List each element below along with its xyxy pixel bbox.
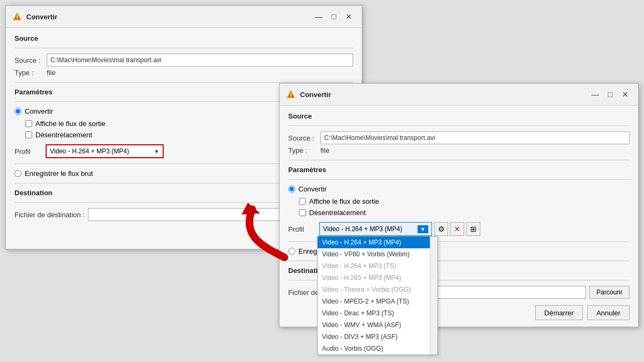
vlc-icon-back: [12, 12, 22, 21]
demarrer-btn-front[interactable]: Démarrer: [535, 305, 583, 320]
dropdown-item-1[interactable]: Video - VP80 + Vorbis (Webm): [318, 248, 437, 260]
convertir-radio-front[interactable]: [288, 186, 295, 193]
vlc-icon-front: [286, 90, 296, 99]
close-btn-back[interactable]: ✕: [342, 10, 355, 23]
desentrelacement-label-back: Désentrelacement: [35, 131, 92, 139]
enregistrer-label-back: Enregistrer le flux brut: [25, 169, 93, 178]
profil-label-back: Profil: [14, 147, 41, 156]
affiche-checkbox-front[interactable]: [299, 198, 306, 205]
maximize-btn-back[interactable]: □: [327, 10, 340, 23]
svg-point-3: [17, 19, 18, 20]
type-value-back: file: [47, 69, 56, 77]
source-label-front: Source :: [288, 134, 320, 142]
dropdown-item-5[interactable]: Video - MPEG-2 + MPGA (TS): [318, 295, 437, 307]
settings-icon-btn[interactable]: ⚙: [434, 222, 448, 236]
svg-point-7: [290, 97, 291, 98]
annuler-btn-front[interactable]: Annuler: [587, 305, 630, 320]
type-label-front: Type :: [288, 146, 320, 154]
title-bar-back: Convertir — □ ✕: [6, 6, 362, 28]
desentrelacement-label-front: Désentrelacement: [309, 209, 366, 217]
source-input-front[interactable]: [320, 131, 630, 144]
affiche-label-back: Affiche le flux de sortie: [35, 120, 106, 128]
dropdown-item-6[interactable]: Video - Dirac + MP3 (TS): [318, 307, 437, 319]
source-input-back[interactable]: [47, 54, 353, 67]
params-section-label-front: Paramètres: [288, 166, 630, 174]
dropdown-arrow-front[interactable]: ▼: [418, 225, 428, 233]
front-window: Convertir — □ ✕ Source Source : Type : f…: [279, 83, 639, 327]
profil-dropdown-menu: Video - H.264 + MP3 (MP4) Video - VP80 +…: [317, 236, 438, 355]
fichier-label-back: Fichier de destination :: [14, 211, 85, 219]
dropdown-arrow-back: ▼: [154, 149, 159, 154]
enregistrer-radio-back[interactable]: [14, 170, 21, 177]
maximize-btn-front[interactable]: □: [604, 88, 617, 101]
dropdown-item-3[interactable]: Video - H.265 + MP3 (MP4): [318, 272, 437, 284]
window-title-front: Convertir: [300, 91, 331, 99]
profil-selected-value-front: Video - H.264 + MP3 (MP4): [323, 225, 402, 233]
desentrelacement-checkbox-back[interactable]: [25, 131, 32, 138]
convertir-radio-back[interactable]: [14, 108, 21, 115]
dropdown-item-0[interactable]: Video - H.264 + MP3 (MP4): [318, 237, 437, 248]
dropdown-item-8[interactable]: Video - DIV3 + MP3 (ASF): [318, 331, 437, 343]
source-label-back: Source :: [14, 56, 47, 64]
profil-select-front[interactable]: Video - H.264 + MP3 (MP4) ▼: [319, 222, 432, 236]
affiche-label-front: Affiche le flux de sortie: [309, 197, 379, 205]
type-value-front: file: [320, 146, 330, 154]
minimize-btn-back[interactable]: —: [312, 10, 325, 23]
duplicate-icon-btn[interactable]: ⊞: [466, 222, 480, 236]
source-section-label-front: Source: [288, 112, 630, 120]
affiche-checkbox-back[interactable]: [25, 120, 32, 127]
window-title-back: Convertir: [26, 13, 57, 21]
type-label-back: Type :: [14, 69, 47, 77]
source-section-label-back: Source: [14, 34, 353, 42]
dropdown-item-2[interactable]: Video - H.264 + MP3 (TS): [318, 260, 437, 272]
convertir-radio-label-back: Convertir: [25, 107, 53, 115]
profil-label-front: Profil: [288, 225, 315, 233]
enregistrer-radio-front[interactable]: [288, 248, 295, 255]
convertir-radio-label-front: Convertir: [298, 185, 327, 193]
minimize-btn-front[interactable]: —: [589, 88, 602, 101]
delete-icon-btn[interactable]: ✕: [450, 222, 464, 236]
close-btn-front[interactable]: ✕: [619, 88, 632, 101]
profil-select-back[interactable]: Video - H.264 + MP3 (MP4) ▼: [46, 144, 164, 158]
title-bar-front: Convertir — □ ✕: [280, 84, 638, 106]
dropdown-item-9[interactable]: Audio - Vorbis (OGG): [318, 343, 437, 354]
desentrelacement-checkbox-front[interactable]: [299, 209, 306, 216]
dropdown-item-7[interactable]: Video - WMV + WMA (ASF): [318, 319, 437, 331]
dropdown-item-4[interactable]: Video - Theora + Vorbis (OGG): [318, 284, 437, 295]
profil-selected-value-back: Video - H.264 + MP3 (MP4): [50, 147, 129, 155]
parcourir-btn[interactable]: Parcourir: [589, 286, 630, 299]
